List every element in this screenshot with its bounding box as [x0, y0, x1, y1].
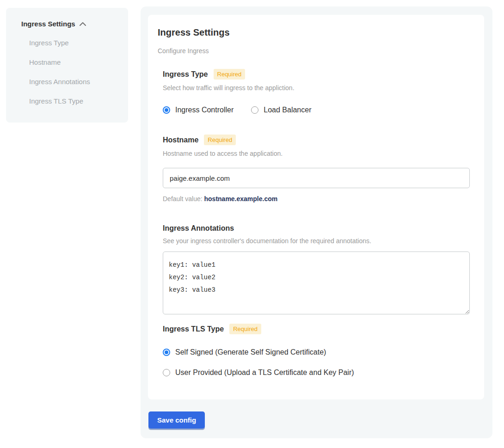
- radio-label: User Provided (Upload a TLS Certificate …: [175, 368, 354, 377]
- chevron-up-icon: [80, 22, 86, 26]
- sidebar-item-ingress-type[interactable]: Ingress Type: [29, 39, 119, 47]
- radio-option-user-provided[interactable]: User Provided (Upload a TLS Certificate …: [163, 368, 470, 377]
- config-card: Ingress Settings Configure Ingress Ingre…: [148, 15, 484, 399]
- radio-label: Ingress Controller: [175, 106, 234, 114]
- section-hostname: Hostname Required Hostname used to acces…: [163, 135, 470, 203]
- field-label-ingress-type: Ingress Type: [163, 70, 208, 79]
- form-sections: Ingress Type Required Select how traffic…: [163, 69, 470, 377]
- field-help-ingress-type: Select how traffic will ingress to the a…: [163, 84, 470, 92]
- hostname-input[interactable]: [163, 168, 470, 188]
- save-config-button[interactable]: Save config: [148, 411, 205, 429]
- field-help-ingress-annotations: See your ingress controller's documentat…: [163, 237, 470, 245]
- radio-label: Load Balancer: [264, 106, 311, 114]
- field-label-ingress-annotations: Ingress Annotations: [163, 224, 234, 233]
- radio-option-self-signed[interactable]: Self Signed (Generate Self Signed Certif…: [163, 348, 470, 356]
- field-label-ingress-tls-type: Ingress TLS Type: [163, 325, 224, 333]
- sidebar-item-list: Ingress Type Hostname Ingress Annotation…: [21, 39, 119, 105]
- sidebar-group-title: Ingress Settings: [21, 20, 75, 28]
- radio-option-ingress-controller[interactable]: Ingress Controller: [163, 106, 234, 114]
- sidebar-item-ingress-tls-type[interactable]: Ingress TLS Type: [29, 97, 119, 105]
- radio-option-load-balancer[interactable]: Load Balancer: [251, 106, 311, 114]
- section-ingress-tls-type: Ingress TLS Type Required Self Signed (G…: [163, 324, 470, 377]
- sidebar-item-ingress-annotations[interactable]: Ingress Annotations: [29, 78, 119, 86]
- required-badge: Required: [204, 135, 236, 145]
- sidebar-item-hostname[interactable]: Hostname: [29, 58, 119, 67]
- page-subtitle: Configure Ingress: [158, 47, 470, 55]
- radio-icon[interactable]: [251, 106, 258, 114]
- field-label-hostname: Hostname: [163, 135, 198, 144]
- section-ingress-annotations: Ingress Annotations See your ingress con…: [163, 224, 470, 314]
- radio-icon[interactable]: [163, 106, 170, 114]
- radio-icon[interactable]: [163, 369, 170, 376]
- required-badge: Required: [214, 69, 246, 80]
- config-nav-sidebar: Ingress Settings Ingress Type Hostname I…: [6, 8, 128, 123]
- radio-icon[interactable]: [163, 349, 170, 356]
- default-value-text: hostname.example.com: [204, 195, 278, 203]
- radio-label: Self Signed (Generate Self Signed Certif…: [175, 348, 326, 356]
- required-badge: Required: [229, 324, 261, 334]
- hostname-default-line: Default value: hostname.example.com: [163, 195, 470, 203]
- field-help-hostname: Hostname used to access the application.: [163, 150, 470, 158]
- ingress-type-options: Ingress Controller Load Balancer: [163, 106, 470, 114]
- sidebar-group-ingress-settings[interactable]: Ingress Settings: [21, 20, 119, 28]
- config-panel: Ingress Settings Configure Ingress Ingre…: [141, 6, 492, 438]
- ingress-annotations-textarea[interactable]: key1: value1 key2: value2 key3: value3: [163, 252, 470, 314]
- default-value-label: Default value:: [163, 195, 203, 203]
- ingress-tls-type-options: Self Signed (Generate Self Signed Certif…: [163, 348, 470, 377]
- page-title: Ingress Settings: [158, 27, 470, 38]
- section-ingress-type: Ingress Type Required Select how traffic…: [163, 69, 470, 114]
